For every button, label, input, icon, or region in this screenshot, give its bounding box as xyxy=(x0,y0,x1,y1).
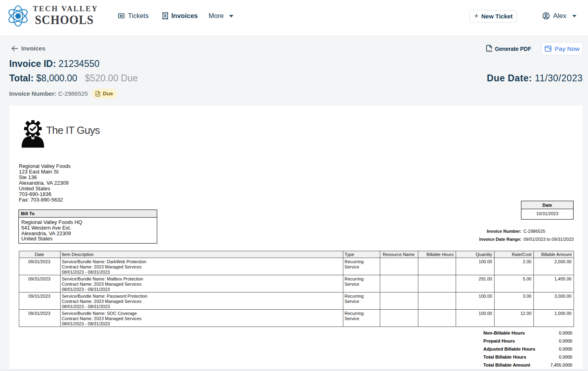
svg-text:PDF: PDF xyxy=(488,50,492,52)
